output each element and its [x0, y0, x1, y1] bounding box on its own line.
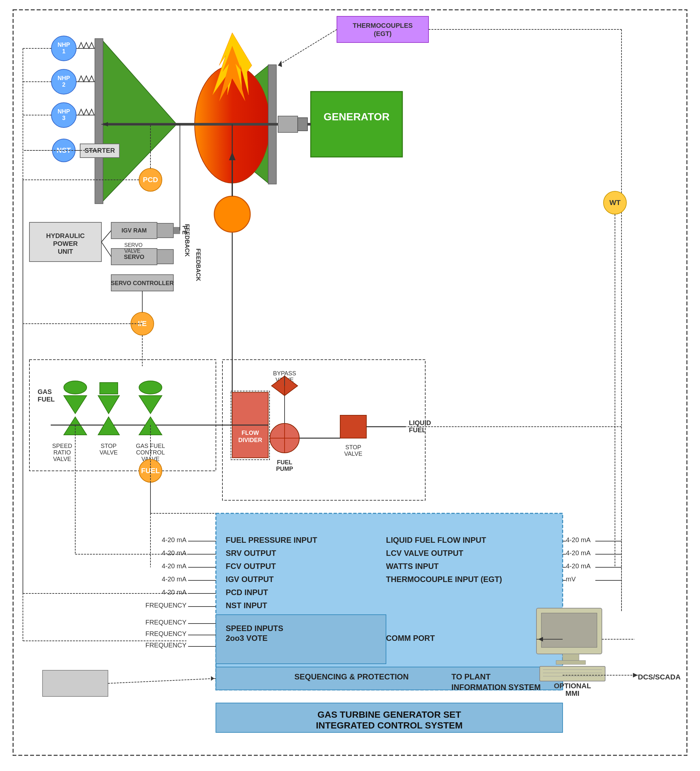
flow-divider-label2: DIVIDER [238, 437, 262, 443]
signal-mv-label: mV [566, 576, 576, 583]
fcv-output-label: FCV OUTPUT [226, 562, 276, 571]
svg-rect-104 [556, 660, 586, 664]
gas-fuel-label: GAS [37, 388, 52, 395]
svg-rect-3 [95, 39, 103, 204]
igv-ram-label: IGV RAM [121, 227, 147, 234]
comm-port-label: COMM PORT [386, 634, 435, 642]
svg-rect-70 [340, 415, 366, 438]
pcd-label: PCD [143, 176, 158, 184]
signal-1-label: 4-20 mA [161, 536, 186, 543]
main-diagram: GENERATOR THERMOCOUPLES (EGT) WT NHP 1 N… [0, 0, 700, 771]
dcs-scada-label: DCS/SCADA [638, 673, 681, 681]
srv-output-label: SRV OUTPUT [226, 549, 277, 558]
hydraulic-power-label: POWER [53, 240, 78, 247]
signal-r1-label: 4-20 mA [566, 536, 591, 543]
svg-rect-115 [42, 670, 108, 696]
fuel-pump-label: FUEL [277, 459, 292, 465]
thermocouples-label: THERMOCOUPLES [353, 22, 412, 29]
liquid-fuel-flow-input-label: LIQUID FUEL FLOW INPUT [386, 535, 487, 545]
nhp2-num: 2 [62, 81, 65, 88]
svg-rect-41 [157, 249, 173, 264]
nhp1-num: 1 [62, 48, 65, 55]
stop-valve-gas-label: STOP [101, 443, 117, 449]
signal-5-label: 4-20 mA [161, 589, 186, 596]
svg-rect-39 [173, 227, 180, 234]
svg-rect-103 [563, 654, 579, 660]
information-system-label: INFORMATION SYSTEM [451, 683, 541, 691]
servo-controller-label: SERVO CONTROLLER [111, 280, 174, 286]
liquid-fuel-label2: FUEL [409, 426, 426, 434]
svg-rect-102 [541, 613, 597, 647]
feedback-text: FEEDBACK [184, 224, 190, 257]
vote-label: 2oo3 VOTE [226, 634, 268, 642]
signal-freq-label: FREQUENCY [145, 602, 186, 609]
signal-r2-label: 4-20 mA [566, 549, 591, 556]
signal-freq3-label: FREQUENCY [145, 630, 186, 637]
svg-rect-105 [540, 666, 605, 681]
main-title-line1: GAS TURBINE GENERATOR SET [317, 709, 461, 720]
speed-inputs-label: SPEED INPUTS [226, 624, 283, 633]
svg-point-76 [214, 196, 250, 232]
signal-2-label: 4-20 mA [161, 549, 186, 556]
svg-rect-53 [100, 382, 118, 394]
thermocouples-egt-label: (EGT) [374, 30, 392, 37]
fuel-pump-label2: PUMP [276, 465, 293, 472]
lcv-valve-output-label: LCV VALVE OUTPUT [386, 549, 464, 558]
svg-point-56 [139, 381, 162, 394]
nhp3-label: NHP [58, 108, 70, 115]
svg-rect-38 [157, 223, 173, 238]
generator-label: GENERATOR [324, 111, 389, 123]
hydraulic-power-unit-label: HYDRAULIC [46, 232, 85, 239]
valve-text: VALVE [124, 248, 140, 254]
svg-point-49 [64, 381, 87, 394]
signal-r3-label: 4-20 mA [566, 563, 591, 569]
flow-divider-label: FLOW [242, 429, 259, 436]
nst-input-label: NST INPUT [226, 601, 267, 610]
svg-rect-9 [298, 118, 308, 131]
nhp3-num: 3 [62, 115, 65, 121]
fuel-pressure-input-label: FUEL PRESSURE INPUT [226, 535, 317, 545]
feedback-vert-label: FEEDBACK [195, 249, 202, 281]
speed-ratio-valve-label: SPEED [52, 443, 72, 449]
signal-freq4-label: FREQUENCY [145, 641, 186, 649]
signal-4-label: 4-20 mA [161, 576, 186, 583]
servo-valve-label: SERVO [124, 254, 145, 260]
optional-mmi-label: OPTIONAL [554, 682, 591, 690]
igv-output-label: IGV OUTPUT [226, 575, 274, 584]
stop-valve-liquid-label2: VALVE [344, 451, 362, 457]
optional-mmi-label2: MMI [566, 689, 580, 698]
svg-rect-10 [311, 91, 402, 157]
to-plant-label: TO PLANT [451, 672, 491, 681]
main-title-line2: INTEGRATED CONTROL SYSTEM [316, 720, 463, 730]
pcd-input-label: PCD INPUT [226, 588, 268, 597]
nhp1-label: NHP [58, 42, 70, 48]
watts-input-label: WATTS INPUT [386, 562, 439, 571]
signal-3-label: 4-20 mA [161, 563, 186, 569]
speed-ratio-valve-label3: VALVE [53, 456, 71, 462]
speed-ratio-valve-label2: RATIO [53, 449, 71, 456]
thermocouple-input-label: THERMOCOUPLE INPUT (EGT) [386, 575, 502, 584]
gas-fuel-label2: FUEL [37, 396, 55, 403]
servo-valve-text: SERVO [124, 242, 143, 248]
svg-rect-8 [278, 116, 298, 132]
stop-valve-liquid-label: STOP [345, 444, 361, 451]
stop-valve-gas-label2: VALVE [99, 449, 117, 456]
sequencing-label: SEQUENCING & PROTECTION [295, 672, 409, 681]
wt-label: WT [609, 198, 621, 207]
nhp2-label: NHP [58, 75, 70, 81]
liquid-fuel-label: LIQUID [409, 419, 431, 426]
svg-rect-14 [337, 16, 428, 42]
hydraulic-unit-label: UNIT [58, 248, 73, 255]
signal-freq2-label: FREQUENCY [145, 619, 186, 626]
